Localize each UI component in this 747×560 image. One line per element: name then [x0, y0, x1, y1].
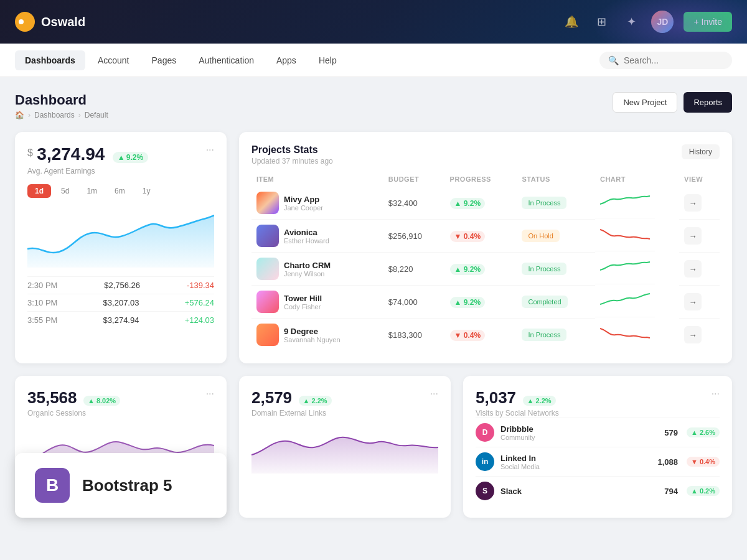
stat-value-1: $2,756.26 [104, 281, 140, 290]
earnings-card: $ 3,274.94 ▲ 9.2% Avg. Agent Earnings ··… [15, 132, 227, 363]
bootstrap-b-icon: B [35, 468, 70, 503]
project-progress-5: ▼ 0.4% [450, 330, 486, 341]
links-more-button[interactable]: ··· [430, 388, 438, 399]
time-tab-5d[interactable]: 5d [54, 184, 77, 198]
project-owner-3: Jenny Wilson [284, 270, 331, 278]
earnings-more-button[interactable]: ··· [206, 144, 214, 156]
project-status-5: In Process [522, 329, 566, 341]
projects-updated: Updated 37 minutes ago [251, 157, 333, 166]
links-header: 2,579 ▲ 2.2% Domain External Links ··· [251, 388, 438, 418]
projects-title-area: Projects Stats Updated 37 minutes ago [251, 144, 333, 166]
sessions-number-area: 35,568 ▲ 8.02% Organic Sessions [27, 388, 120, 418]
invite-button[interactable]: + Invite [684, 12, 732, 32]
time-tab-1d[interactable]: 1d [27, 184, 51, 198]
nav-item-authentication[interactable]: Authentication [189, 50, 264, 70]
time-tabs: 1d 5d 1m 6m 1y [27, 184, 214, 198]
col-item: ITEM [251, 172, 383, 187]
top-cards-row: $ 3,274.94 ▲ 9.2% Avg. Agent Earnings ··… [15, 132, 732, 363]
table-row: Mivy App Jane Cooper $32,400 ▲ 9.2% In P… [251, 187, 720, 220]
new-project-button[interactable]: New Project [613, 92, 677, 113]
project-avatar-3 [256, 258, 279, 280]
project-item-4: Tower Hill Cody Fisher [251, 286, 383, 319]
stat-row-3: 3:55 PM $3,274.94 +124.03 [27, 311, 214, 329]
search-input[interactable] [624, 55, 723, 65]
social-number: 5,037 [476, 388, 516, 407]
grid-icon[interactable]: ⊞ [591, 12, 611, 32]
project-name-3: Charto CRM [284, 261, 331, 270]
project-view-2[interactable]: → [684, 227, 702, 245]
stat-time-1: 2:30 PM [27, 281, 57, 290]
project-chart-4 [595, 286, 655, 317]
project-owner-5: Savannah Nguyen [284, 336, 341, 343]
nav-item-pages[interactable]: Pages [142, 50, 187, 70]
nav-item-help[interactable]: Help [309, 50, 347, 70]
logo-icon [15, 12, 35, 32]
nav-item-apps[interactable]: Apps [266, 50, 306, 70]
earnings-label: Avg. Agent Earnings [27, 167, 148, 175]
earnings-badge: ▲ 9.2% [113, 152, 148, 163]
earnings-amount-area: $ 3,274.94 ▲ 9.2% Avg. Agent Earnings [27, 144, 148, 175]
project-owner-4: Cody Fisher [284, 303, 322, 310]
stat-row-2: 3:10 PM $3,207.03 +576.24 [27, 294, 214, 311]
project-avatar-4 [256, 291, 279, 313]
linkedin-icon: in [476, 452, 494, 471]
breadcrumb: 🏠 › Dashboards › Default [15, 111, 108, 119]
bottom-cards-row: 35,568 ▲ 8.02% Organic Sessions ··· [15, 376, 732, 518]
sessions-badge: ▲ 8.02% [83, 396, 120, 406]
notifications-icon[interactable]: 🔔 [561, 12, 581, 32]
time-tab-1y[interactable]: 1y [135, 184, 158, 198]
links-number-area: 2,579 ▲ 2.2% Domain External Links [251, 388, 332, 418]
project-budget-4: $74,000 [383, 286, 445, 319]
stat-change-2: +576.24 [185, 298, 214, 307]
table-row: 9 Degree Savannah Nguyen $183,300 ▼ 0.4%… [251, 319, 720, 352]
search-box[interactable]: 🔍 [599, 52, 732, 69]
time-tab-6m[interactable]: 6m [107, 184, 133, 198]
reports-button[interactable]: Reports [684, 92, 732, 113]
project-owner-1: Jane Cooper [284, 204, 323, 212]
project-name-5: 9 Degree [284, 327, 341, 336]
nav-item-dashboards[interactable]: Dashboards [15, 50, 85, 70]
project-status-1: In Process [522, 197, 566, 209]
sessions-more-button[interactable]: ··· [206, 388, 214, 399]
project-owner-2: Esther Howard [284, 237, 329, 245]
stat-change-1: -139.34 [187, 281, 214, 290]
project-budget-1: $32,400 [383, 187, 445, 220]
project-chart-2 [595, 220, 655, 251]
slack-change: ▲ 0.2% [687, 486, 720, 496]
project-budget-3: $8,220 [383, 253, 445, 286]
linkedin-name: Linked In [500, 454, 540, 463]
home-icon: 🏠 [15, 111, 24, 119]
project-avatar-5 [256, 324, 279, 346]
slack-name: Slack [500, 487, 522, 496]
dribbble-icon: D [476, 423, 494, 442]
stat-time-2: 3:10 PM [27, 298, 57, 307]
project-name-1: Mivy App [284, 195, 323, 204]
project-view-3[interactable]: → [684, 260, 702, 278]
project-avatar-2 [256, 225, 279, 247]
dribbble-count: 579 [664, 428, 678, 437]
stat-change-3: +124.03 [185, 315, 214, 325]
links-card: 2,579 ▲ 2.2% Domain External Links ··· [239, 376, 451, 518]
share-icon[interactable]: ✦ [621, 12, 641, 32]
project-view-1[interactable]: → [684, 194, 702, 212]
sessions-header: 35,568 ▲ 8.02% Organic Sessions ··· [27, 388, 214, 418]
avatar[interactable]: JD [651, 11, 674, 33]
nav-item-account[interactable]: Account [88, 50, 139, 70]
project-view-4[interactable]: → [684, 293, 702, 310]
project-view-5[interactable]: → [684, 326, 702, 343]
linkedin-count: 1,088 [657, 457, 678, 467]
project-progress-3: ▲ 9.2% [450, 264, 486, 275]
col-view: VIEW [679, 172, 720, 187]
project-item-5: 9 Degree Savannah Nguyen [251, 319, 383, 352]
slack-icon: S [476, 482, 494, 500]
stat-value-3: $3,274.94 [103, 315, 139, 325]
project-item-2: Avionica Esther Howard [251, 220, 383, 253]
history-button[interactable]: History [682, 144, 720, 159]
table-row: Charto CRM Jenny Wilson $8,220 ▲ 9.2% In… [251, 253, 720, 286]
social-row-dribbble: D Dribbble Community 579 ▲ 2.6% [476, 418, 720, 447]
time-tab-1m[interactable]: 1m [79, 184, 105, 198]
dribbble-change: ▲ 2.6% [687, 427, 720, 437]
social-more-button[interactable]: ··· [712, 388, 720, 399]
currency-symbol: $ [27, 147, 33, 158]
bootstrap-overlay: B Bootstrap 5 [15, 453, 227, 518]
